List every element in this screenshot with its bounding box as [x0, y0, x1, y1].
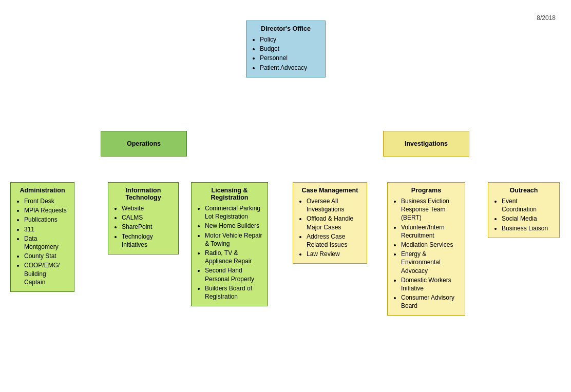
list-item: Volunteer/Intern Recruitment	[401, 223, 460, 240]
investigations-title: Investigations	[405, 140, 448, 147]
list-item: Publications	[24, 215, 69, 224]
list-item: Mediation Services	[401, 241, 460, 249]
list-item: Data Montgomery	[24, 234, 69, 251]
operations-box: Operations	[101, 131, 187, 156]
list-item: Offload & Handle Major Cases	[307, 214, 361, 231]
list-item: Policy	[260, 35, 320, 44]
programs-title: Programs	[393, 187, 460, 194]
case-management-list: Oversee All Investigations Offload & Han…	[298, 197, 361, 258]
list-item: 311	[24, 225, 69, 233]
list-item: Website	[122, 204, 173, 212]
director-office-list: Policy Budget Personnel Patient Advocacy	[252, 35, 320, 72]
list-item: Motor Vehicle Repair & Towing	[205, 231, 262, 248]
administration-title: Administration	[16, 187, 69, 194]
list-item: SharePoint	[122, 223, 173, 231]
licensing-registration-title: Licensing & Registration	[197, 187, 262, 201]
list-item: Consumer Advisory Board	[401, 293, 460, 310]
list-item: Business Liaison	[502, 224, 554, 232]
list-item: Radio, TV & Appliance Repair	[205, 249, 262, 265]
administration-list: Front Desk MPIA Requests Publications 31…	[16, 197, 69, 286]
outreach-box: Outreach Event Coordination Social Media…	[488, 182, 560, 238]
programs-box: Programs Business Eviction Response Team…	[387, 182, 465, 316]
list-item: Technology Initiatives	[122, 232, 173, 249]
list-item: Law Review	[307, 250, 361, 258]
outreach-list: Event Coordination Social Media Business…	[493, 197, 554, 232]
information-technology-list: Website CALMS SharePoint Technology Init…	[113, 204, 173, 249]
information-technology-title: Information Technology	[113, 187, 173, 201]
programs-list: Business Eviction Response Team (BERT) V…	[393, 197, 460, 310]
administration-box: Administration Front Desk MPIA Requests …	[10, 182, 74, 292]
list-item: Personnel	[260, 54, 320, 62]
list-item: COOP/EMG/ Building Captain	[24, 261, 69, 286]
case-management-box: Case Management Oversee All Investigatio…	[293, 182, 367, 264]
list-item: Oversee All Investigations	[307, 197, 361, 213]
list-item: Second Hand Personal Property	[205, 266, 262, 283]
list-item: CALMS	[122, 213, 173, 222]
list-item: Event Coordination	[502, 197, 554, 213]
list-item: Front Desk	[24, 197, 69, 205]
licensing-registration-list: Commercial Parking Lot Registration New …	[197, 204, 262, 301]
list-item: Domestic Workers Initiative	[401, 276, 460, 292]
information-technology-box: Information Technology Website CALMS Sha…	[108, 182, 179, 254]
director-office-title: Director's Office	[252, 25, 320, 32]
list-item: Social Media	[502, 214, 554, 223]
list-item: New Home Builders	[205, 222, 262, 230]
investigations-box: Investigations	[383, 131, 469, 156]
footer-date: 8/2018	[537, 14, 556, 22]
list-item: Patient Advocacy	[260, 64, 320, 72]
list-item: Business Eviction Response Team (BERT)	[401, 197, 460, 222]
list-item: Builders Board of Registration	[205, 284, 262, 301]
org-chart: Director's Office Policy Budget Personne…	[0, 0, 571, 31]
outreach-title: Outreach	[493, 187, 554, 194]
director-office-box: Director's Office Policy Budget Personne…	[246, 21, 326, 77]
list-item: County Stat	[24, 252, 69, 260]
list-item: MPIA Requests	[24, 206, 69, 214]
list-item: Commercial Parking Lot Registration	[205, 204, 262, 221]
list-item: Energy & Environmental Advocacy	[401, 250, 460, 275]
operations-title: Operations	[127, 140, 161, 147]
list-item: Address Case Related Issues	[307, 232, 361, 249]
case-management-title: Case Management	[298, 187, 361, 194]
list-item: Budget	[260, 45, 320, 53]
licensing-registration-box: Licensing & Registration Commercial Park…	[191, 182, 268, 306]
